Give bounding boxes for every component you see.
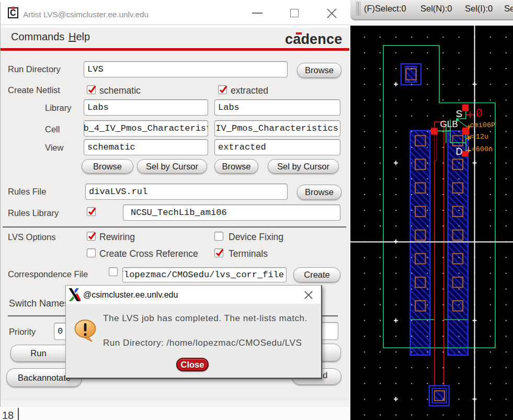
svg-text:GLB: GLB	[440, 119, 458, 129]
svg-text:S: S	[456, 108, 463, 119]
svg-text:w=12u: w=12u	[468, 133, 489, 141]
svg-text:L=600n: L=600n	[468, 145, 493, 153]
svg-text:cmi06P: cmi06P	[470, 121, 496, 129]
svg-text:D: D	[456, 146, 463, 157]
